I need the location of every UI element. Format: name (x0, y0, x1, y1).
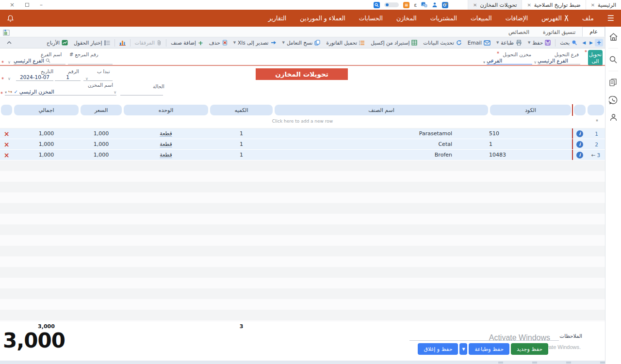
reference-number-field[interactable] (68, 57, 113, 64)
unit-cell[interactable]: قطعة (123, 150, 209, 160)
transfer-branch-field[interactable]: الفرع الرئيسي (538, 57, 580, 64)
menu-sales[interactable]: المبيعات (471, 15, 492, 22)
item-name-cell[interactable]: Parasetamol (274, 128, 489, 139)
chevron-down-icon[interactable]: ▼ (282, 41, 285, 45)
home-icon[interactable] (608, 31, 619, 43)
item-code-cell[interactable]: 10483 (489, 150, 572, 160)
save-and-new-button[interactable]: حفظ وجديد (511, 343, 548, 355)
menu-purchases[interactable]: المشتريات (430, 15, 457, 22)
email-button[interactable]: Email (465, 39, 493, 47)
load-invoice-button[interactable]: تحميل الفاتورة (323, 39, 368, 47)
menu-file[interactable]: ملف (582, 15, 594, 22)
minimize-button[interactable]: – (40, 1, 43, 8)
save-button[interactable]: حفظ ▼ (525, 39, 554, 47)
chevron-down-icon[interactable]: ∨ (534, 60, 537, 64)
chart-button[interactable] (116, 39, 129, 47)
table-row[interactable]: 2 i 1 Cetal 1 قطعة 1,000 1,000 × (0, 139, 605, 150)
export-xls-button[interactable]: تصدير إلى Xls ▼ (230, 39, 279, 47)
tab-general[interactable]: عام (582, 27, 605, 37)
menu-accounts[interactable]: الحسابات (359, 15, 383, 22)
person-icon[interactable] (608, 111, 619, 124)
redo-arrow-icon[interactable]: ↪ (8, 89, 12, 95)
import-excel-button[interactable]: إستيراد من إكسيل (368, 39, 420, 47)
number-field[interactable]: 1 (55, 74, 81, 81)
price-cell[interactable]: 1,000 (80, 150, 123, 160)
delete-button[interactable]: حذف (206, 39, 230, 47)
info-icon[interactable]: i (576, 130, 583, 137)
chevron-down-icon[interactable]: ▾ (483, 60, 485, 64)
column-header-code[interactable]: الكود (490, 105, 571, 115)
restore-button[interactable] (25, 3, 29, 7)
warehouse-name-field[interactable]: ▾ ↪ ✓ المخزن الرئيسي ∨ (5, 88, 116, 95)
tab-invoice-format[interactable]: تنسيق الفاتورة (536, 28, 582, 37)
chevron-down-icon[interactable]: ∨ (114, 90, 116, 95)
collapse-toolbar-icon[interactable] (2, 41, 16, 44)
menu-customers-suppliers[interactable]: العملاء و الموردين (300, 15, 345, 22)
item-name-cell[interactable]: Brofen (274, 150, 489, 160)
chevron-down-icon[interactable]: ▼ (496, 41, 499, 45)
save-and-print-button[interactable]: حفظ وطباعة (469, 343, 509, 355)
save-and-close-button[interactable]: حفظ و إغلاق (418, 343, 458, 355)
status-field[interactable] (120, 88, 163, 95)
copy-transaction-button[interactable]: نسخ التعامل ▼ (279, 39, 324, 47)
window-tab-home[interactable]: الرئيسية ✕ (586, 0, 621, 10)
item-code-cell[interactable]: 510 (489, 128, 572, 139)
add-new-row[interactable]: * Click here to add a new row (0, 116, 605, 128)
total-cell[interactable]: 1,000 (13, 150, 80, 160)
add-row-hint[interactable]: Click here to add a new row (0, 119, 605, 124)
attachments-button[interactable]: المرفقات (132, 39, 164, 47)
branch-name-field[interactable]: الفرع الرئيسي (14, 57, 65, 64)
tab-properties[interactable]: الخصائص (502, 28, 536, 37)
whatsapp-icon[interactable] (608, 94, 619, 106)
chevron-down-icon[interactable]: ▼ (233, 41, 236, 45)
total-cell[interactable]: 1,000 (13, 139, 80, 149)
search-app-icon[interactable] (374, 2, 380, 8)
profits-button[interactable]: الأرباح (44, 39, 71, 47)
add-item-button[interactable]: + إضافة صنف (168, 39, 206, 47)
new-record-button[interactable]: + (595, 39, 603, 47)
orange-menu-icon[interactable]: ≡ (403, 2, 409, 8)
item-code-cell[interactable]: 1 (489, 139, 572, 149)
quantity-cell[interactable]: 1 (209, 150, 274, 160)
menu-reports[interactable]: التقارير (268, 15, 287, 22)
chevron-down-icon[interactable]: ▼ (528, 41, 530, 45)
info-icon[interactable]: i (576, 141, 583, 148)
chevron-down-icon[interactable]: ∨ (85, 77, 88, 81)
table-row[interactable]: 1 i 510 Parasetamol 1 قطعة 1,000 1,000 × (0, 128, 605, 139)
empty-grid-area[interactable] (0, 160, 605, 322)
column-header-unit[interactable]: الوحده (124, 105, 208, 115)
gears-icon[interactable] (442, 2, 448, 8)
total-cell[interactable]: 1,000 (13, 128, 80, 139)
documents-icon[interactable] (608, 76, 619, 89)
delete-row-icon[interactable]: × (0, 139, 13, 149)
column-header-item-name[interactable]: اسم الصنف (275, 105, 488, 115)
unit-cell[interactable]: قطعة (123, 128, 209, 139)
chevron-down-icon[interactable]: ▾ (5, 90, 7, 95)
item-name-cell[interactable]: Cetal (274, 139, 489, 149)
menu-addons[interactable]: الإضافات (506, 15, 528, 22)
delete-row-icon[interactable]: × (0, 128, 13, 139)
previous-record-icon[interactable]: ◀ (580, 40, 588, 45)
close-button[interactable]: × (10, 1, 15, 8)
delete-row-icon[interactable]: × (0, 150, 13, 160)
unit-cell[interactable]: قطعة (123, 139, 209, 149)
print-button[interactable]: طباعة ▼ (493, 39, 525, 47)
toggle-switch[interactable] (384, 2, 399, 7)
column-header-total[interactable]: اجمالي (14, 105, 79, 115)
translate-icon[interactable]: قA (421, 2, 427, 8)
window-tab-warehouse-transfers[interactable]: تحويلات المخازن ✕ (468, 0, 522, 10)
column-header-price[interactable]: السعر (81, 105, 122, 115)
close-tab-icon[interactable]: ✕ (527, 2, 531, 8)
menu-warehouses[interactable]: المخازن (396, 15, 417, 22)
date-field[interactable]: 2024-10-07 (16, 74, 53, 81)
bell-icon[interactable] (7, 15, 14, 22)
price-cell[interactable]: 1,000 (80, 128, 123, 139)
close-tab-icon[interactable]: ✕ (473, 2, 477, 8)
window-tab-expiry-dates[interactable]: ضبط تواريخ الصلاحية ✕ (522, 0, 585, 10)
close-tab-icon[interactable]: ✕ (591, 2, 595, 8)
save-options-dropdown[interactable]: ▼ (459, 343, 467, 355)
quantity-cell[interactable]: 1 (209, 139, 274, 149)
menu-index[interactable]: الفهرس (541, 15, 569, 22)
column-header-rownum[interactable] (588, 105, 604, 115)
user-icon[interactable] (432, 2, 438, 8)
